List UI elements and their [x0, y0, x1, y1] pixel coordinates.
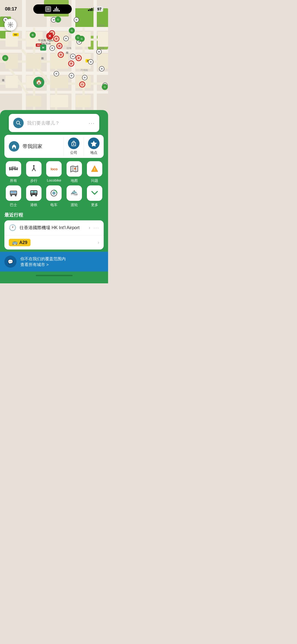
status-right: 97 [88, 6, 103, 12]
svg-point-75 [10, 195, 12, 196]
bottom-panel: 我们要去哪儿？ ··· 带我回家 公司 [0, 110, 108, 283]
mode-bus-icon [6, 185, 21, 201]
bus-stop-13: ⊖ [82, 75, 87, 80]
notification-line1: 你不在我们的覆盖范围内 [20, 256, 66, 262]
shortcuts-row: 带我回家 公司 地点 [4, 135, 104, 158]
mode-tram-label: 电车 [50, 202, 57, 207]
svg-rect-13 [94, 0, 97, 110]
red-marker-5: ⊘ [58, 52, 64, 58]
mode-mtr[interactable]: 港铁 [25, 185, 43, 207]
route-row[interactable]: 🚌 A29 › [4, 235, 104, 250]
svg-rect-29 [50, 76, 68, 88]
home-label: 带我回家 [23, 143, 42, 150]
route-number: A29 [19, 240, 27, 245]
mode-mtr-icon [26, 185, 42, 201]
mode-walk[interactable]: 步行 [25, 161, 43, 183]
bus-stop-7: ⊖ [96, 49, 102, 54]
trip-card-airport[interactable]: 🕐 往香港國際機場 HK Int'l Airport › ··· 🚌 A29 › [4, 220, 104, 250]
svg-point-76 [15, 195, 16, 196]
bus-icon: 🚌 [12, 240, 18, 245]
trip-arrow-icon: › [89, 225, 90, 230]
mode-locobike-icon: loco [46, 161, 62, 177]
settings-button[interactable] [4, 19, 16, 31]
mode-walk-icon [26, 161, 42, 177]
bus-stop-12: ⊖ [69, 73, 74, 78]
map-svg: 恒安街 宜安 巧明街 頭角 鴻圖道 創業街 恒業街 牛頭角 Ngau Tau K… [0, 0, 108, 110]
search-bar[interactable]: 我们要去哪儿？ ··· [9, 114, 99, 132]
mode-all-icon [6, 161, 21, 177]
x-marker: ✕ [46, 32, 53, 40]
svg-rect-33 [6, 76, 18, 88]
mode-ferry[interactable]: 渡轮 [65, 185, 83, 207]
svg-text:!: ! [94, 168, 95, 171]
status-center [33, 4, 72, 14]
mode-all-label: 所有 [10, 178, 17, 183]
company-label: 公司 [70, 150, 77, 155]
places-icon [88, 138, 100, 149]
bus-stop-10: ⊖ [99, 66, 105, 72]
mode-all[interactable]: 所有 [4, 161, 23, 183]
svg-point-64 [15, 169, 16, 170]
status-time: 08:17 [5, 6, 17, 12]
search-more[interactable]: ··· [89, 120, 95, 126]
green-marker-6: G [2, 55, 8, 61]
svg-point-86 [52, 191, 56, 195]
svg-point-69 [74, 168, 76, 169]
places-button[interactable]: 地点 [84, 135, 104, 158]
svg-rect-38 [76, 95, 91, 107]
bus-stop-6: ⊖ [50, 45, 55, 51]
svg-rect-11 [47, 17, 50, 110]
svg-point-83 [31, 195, 32, 196]
mode-locobike[interactable]: loco Locobike [45, 161, 63, 183]
mode-mtr-label: 港铁 [30, 202, 37, 207]
trip-row-airport[interactable]: 🕐 往香港國際機場 HK Int'l Airport › ··· [4, 220, 104, 235]
mode-more-label: 更多 [91, 202, 98, 207]
svg-rect-6 [0, 27, 108, 31]
svg-marker-55 [91, 141, 97, 146]
search-placeholder: 我们要去哪儿？ [27, 120, 85, 126]
svg-rect-54 [73, 144, 74, 145]
mode-issues[interactable]: ! 问题 [86, 161, 104, 183]
app-icon-small [45, 6, 51, 12]
svg-rect-25 [26, 54, 41, 69]
svg-point-62 [9, 169, 10, 171]
mode-more-icon [87, 185, 102, 201]
mtr-marker: M [40, 45, 46, 51]
mode-tram[interactable]: 电车 [45, 185, 63, 207]
svg-rect-57 [10, 167, 12, 169]
green-marker-5: G [79, 36, 85, 42]
red-marker-7: ⊘ [68, 61, 74, 67]
svg-rect-37 [50, 95, 68, 107]
company-icon [68, 138, 79, 149]
mode-locobike-label: Locobike [47, 178, 61, 182]
mode-map[interactable]: 地图 [65, 161, 83, 183]
mode-bus[interactable]: 巴士 [4, 185, 23, 207]
mode-grid: 所有 步行 loco Locobike [0, 158, 108, 207]
svg-line-52 [19, 124, 21, 125]
svg-text:💬: 💬 [8, 259, 13, 264]
zone-label-5d: 5D [13, 33, 19, 36]
company-button[interactable]: 公司 [64, 135, 84, 158]
map-area[interactable]: 恒安街 宜安 巧明街 頭角 鴻圖道 創業街 恒業街 牛頭角 Ngau Tau K… [0, 0, 108, 110]
route-arrow: › [98, 240, 99, 245]
svg-rect-36 [26, 96, 41, 107]
notification-text: 你不在我们的覆盖范围内 查看所有城市 > [20, 256, 66, 267]
svg-rect-81 [31, 193, 33, 194]
mode-more[interactable]: 更多 [86, 185, 104, 207]
notification-banner[interactable]: 💬 你不在我们的覆盖范围内 查看所有城市 > [0, 252, 108, 272]
trip-more-dots[interactable]: ··· [94, 225, 99, 231]
home-shortcut-button[interactable]: 带我回家 [4, 135, 64, 158]
battery-level: 97 [95, 6, 103, 12]
green-marker-7: G [102, 84, 108, 90]
svg-point-63 [12, 169, 13, 171]
bus-stop-3: ⊖ [74, 17, 79, 23]
places-label: 地点 [90, 150, 97, 155]
red-marker-3: ⊘ [53, 36, 59, 42]
mode-bus-label: 巴士 [10, 202, 17, 207]
svg-text:頭角: 頭角 [67, 47, 72, 50]
svg-text:🏠: 🏠 [35, 79, 42, 85]
audio-bars [53, 7, 60, 12]
trip-destination: 往香港國際機場 HK Int'l Airport [20, 225, 86, 231]
svg-point-66 [33, 165, 35, 167]
svg-rect-74 [14, 191, 16, 193]
